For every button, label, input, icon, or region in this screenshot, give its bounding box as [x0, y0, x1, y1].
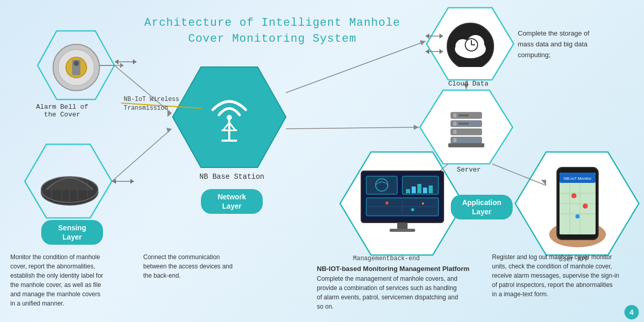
- svg-rect-84: [423, 188, 427, 193]
- alarm-bell-label: Alarm Bell ofthe Cover: [36, 103, 88, 118]
- nb-base-icon: [183, 80, 276, 160]
- svg-marker-37: [426, 49, 429, 54]
- nb-iot-label: NB-IoT WirelessTransmission: [124, 95, 179, 113]
- svg-marker-16: [420, 40, 426, 45]
- svg-point-43: [74, 61, 79, 66]
- svg-rect-85: [429, 185, 433, 193]
- user-app-image: NB-IoT Monitor: [519, 155, 635, 252]
- svg-line-13: [112, 129, 172, 181]
- svg-rect-92: [397, 223, 408, 229]
- svg-rect-93: [389, 229, 415, 232]
- cloud-data-label: Cloud Data: [448, 80, 488, 88]
- page-title: Architecture of Intelligent Manhole Cove…: [144, 15, 400, 47]
- svg-point-90: [411, 208, 414, 211]
- svg-rect-72: [453, 130, 456, 134]
- svg-point-104: [583, 204, 588, 209]
- svg-rect-82: [412, 187, 416, 193]
- svg-point-105: [575, 214, 580, 218]
- svg-point-91: [422, 202, 424, 205]
- svg-marker-32: [130, 179, 134, 184]
- alarm-bell-image: [40, 35, 112, 99]
- sensing-description: Monitor the condition of manholecover, r…: [10, 252, 129, 308]
- svg-rect-83: [417, 184, 421, 193]
- svg-rect-66: [453, 113, 456, 117]
- svg-rect-70: [459, 123, 469, 125]
- svg-rect-67: [459, 114, 469, 116]
- svg-marker-31: [112, 179, 116, 184]
- network-layer-badge: NetworkLayer: [201, 189, 263, 214]
- svg-marker-29: [133, 59, 137, 64]
- svg-marker-28: [115, 59, 118, 64]
- svg-point-89: [385, 201, 388, 205]
- management-image: [344, 156, 460, 253]
- network-description: Connect the communicationbetween the acc…: [143, 252, 257, 280]
- page-number: 4: [624, 305, 639, 319]
- svg-text:NB-IoT Monitor: NB-IoT Monitor: [563, 176, 591, 181]
- svg-rect-81: [406, 189, 410, 193]
- nb-base-label: NB Base Station: [180, 173, 283, 181]
- management-label: Managementback-end: [353, 255, 420, 262]
- svg-rect-69: [453, 122, 456, 126]
- svg-marker-34: [426, 33, 429, 39]
- cloud-icon: [432, 11, 509, 76]
- svg-rect-75: [448, 143, 484, 147]
- page-container: Architecture of Intelligent Manhole Cove…: [0, 0, 644, 322]
- user-app-description: Register and log out manhole cover monit…: [492, 252, 636, 299]
- application-layer-badge: ApplicationLayer: [451, 195, 513, 219]
- svg-marker-10: [120, 63, 124, 68]
- sensing-layer-badge: SensingLayer: [41, 220, 103, 245]
- sensing-device-image: [28, 147, 111, 216]
- cloud-description: Complete the storage ofmass data and big…: [518, 28, 636, 60]
- svg-marker-18: [414, 125, 419, 130]
- svg-marker-14: [166, 128, 172, 133]
- server-icon: [425, 93, 507, 162]
- svg-point-103: [571, 193, 577, 198]
- management-description: NB-IOT-based Monitoring Management Platf…: [317, 264, 487, 311]
- svg-point-57: [227, 115, 232, 120]
- svg-line-17: [286, 127, 419, 129]
- svg-rect-74: [453, 138, 456, 142]
- svg-line-15: [286, 41, 426, 93]
